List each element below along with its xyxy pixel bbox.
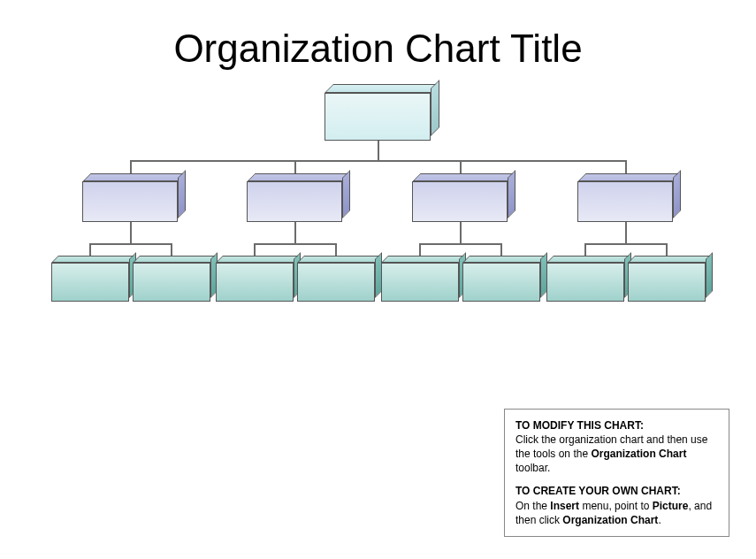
help-modify-post: toolbar.: [515, 462, 550, 474]
help-modify-bold: Organization Chart: [591, 448, 686, 460]
help-create-heading: TO CREATE YOUR OWN CHART:: [515, 485, 681, 497]
connector: [294, 222, 296, 243]
help-create-t2: menu, point to: [579, 500, 653, 512]
connector: [419, 243, 502, 245]
connector: [584, 243, 668, 245]
connector: [625, 222, 627, 243]
org-chart[interactable]: [0, 93, 756, 358]
connector: [130, 222, 132, 243]
help-create-t4: .: [658, 514, 661, 526]
connector: [460, 222, 462, 243]
help-create-b2: Picture: [653, 500, 689, 512]
chart-title: Organization Chart Title: [0, 27, 756, 71]
connector: [130, 160, 625, 162]
help-text-box: TO MODIFY THIS CHART: Click the organiza…: [504, 409, 729, 537]
help-create-b1: Insert: [550, 500, 579, 512]
help-modify-heading: TO MODIFY THIS CHART:: [515, 419, 644, 432]
help-create-b3: Organization Chart: [562, 514, 658, 526]
connector: [254, 243, 337, 245]
help-create-t1: On the: [515, 500, 550, 512]
connector: [89, 243, 172, 245]
connector: [378, 141, 379, 160]
